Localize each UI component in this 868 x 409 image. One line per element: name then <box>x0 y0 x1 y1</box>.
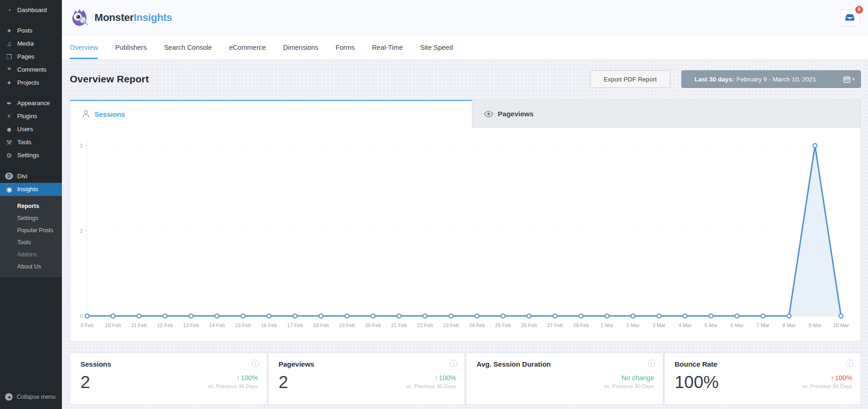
x-tick-label: 26 Feb <box>521 322 537 328</box>
sidebar-item-media[interactable]: ♫Media <box>0 37 62 50</box>
x-tick-label: 5 Mar <box>705 322 718 328</box>
data-point[interactable] <box>137 314 141 318</box>
sidebar-item-projects[interactable]: ✦Projects <box>0 76 62 89</box>
submenu-item-settings[interactable]: Settings <box>0 212 62 224</box>
data-point[interactable] <box>709 314 713 318</box>
data-point[interactable] <box>423 314 427 318</box>
data-point[interactable] <box>111 314 115 318</box>
dashboard-icon: ◔ <box>5 7 13 13</box>
change-value: ↑100% <box>208 374 258 382</box>
collapse-menu-button[interactable]: ◀ Collapse menu <box>0 389 62 409</box>
x-tick-label: 16 Feb <box>261 322 277 328</box>
info-icon[interactable]: i <box>648 360 655 367</box>
data-point[interactable] <box>267 314 271 318</box>
tools-icon: ⚒ <box>5 139 13 146</box>
data-point[interactable] <box>631 314 635 318</box>
notifications-button[interactable]: 0 <box>840 9 860 26</box>
data-point[interactable] <box>345 314 349 318</box>
data-point[interactable] <box>293 314 297 318</box>
person-icon <box>82 110 90 118</box>
sidebar-item-appearance[interactable]: ✒Appearance <box>0 97 62 110</box>
menu-separator <box>0 162 62 169</box>
plugins-icon: ⚡ <box>5 113 13 120</box>
pushpin-icon: ✦ <box>5 80 13 86</box>
data-point[interactable] <box>501 314 505 318</box>
info-icon[interactable]: i <box>252 360 259 367</box>
data-point[interactable] <box>553 314 557 318</box>
report-nav-tabs: OverviewPublishersSearch ConsoleeCommerc… <box>62 35 868 60</box>
sidebar-item-dashboard[interactable]: ◔Dashboard <box>0 4 62 17</box>
submenu-item-popular-posts[interactable]: Popular Posts <box>0 224 62 236</box>
comments-icon: ❝ <box>5 67 13 73</box>
sidebar-item-comments[interactable]: ❝Comments <box>0 63 62 76</box>
sidebar-item-tools[interactable]: ⚒Tools <box>0 136 62 149</box>
change-note: vs. Previous 30 Days <box>604 383 654 389</box>
data-point[interactable] <box>579 314 583 318</box>
nav-tab-ecommerce[interactable]: eCommerce <box>229 35 266 59</box>
overview-chart-panel: Sessions Pageviews 0129 Feb10 Feb11 Feb1… <box>70 100 861 342</box>
submenu-item-about-us[interactable]: About Us <box>0 261 62 273</box>
data-point[interactable] <box>735 314 739 318</box>
sidebar-item-label: Divi <box>17 173 27 180</box>
data-point[interactable] <box>449 314 453 318</box>
data-point[interactable] <box>475 314 479 318</box>
main-column: MonsterInsights 0 OverviewPublishersSear… <box>62 0 868 409</box>
nav-tab-forms[interactable]: Forms <box>336 35 355 59</box>
sidebar-item-divi[interactable]: DDivi <box>0 169 62 183</box>
page: ◔Dashboard✦Posts♫Media❐Pages❝Comments✦Pr… <box>0 0 868 409</box>
tab-pageviews[interactable]: Pageviews <box>472 100 861 128</box>
nav-tab-site-speed[interactable]: Site Speed <box>420 35 453 59</box>
x-tick-label: 13 Feb <box>183 322 199 328</box>
data-point[interactable] <box>397 314 401 318</box>
data-point[interactable] <box>839 314 843 318</box>
change-note: vs. Previous 30 Days <box>802 383 852 389</box>
pages-icon: ❐ <box>5 54 13 60</box>
data-point[interactable] <box>189 314 193 318</box>
info-icon[interactable]: i <box>450 360 457 367</box>
sidebar-item-label: Media <box>17 40 34 47</box>
change-value: ↑100% <box>802 374 852 382</box>
info-icon[interactable]: i <box>846 360 853 367</box>
data-point[interactable] <box>605 314 609 318</box>
submenu-item-tools[interactable]: Tools <box>0 236 62 248</box>
x-tick-label: 14 Feb <box>209 322 225 328</box>
sidebar-item-users[interactable]: ☻Users <box>0 123 62 136</box>
export-pdf-button[interactable]: Export PDF Report <box>590 70 670 88</box>
submenu-item-reports[interactable]: Reports <box>0 200 62 212</box>
data-point[interactable] <box>319 314 323 318</box>
data-point[interactable] <box>813 144 817 148</box>
sidebar-item-settings[interactable]: ⚙Settings <box>0 149 62 162</box>
sidebar-item-pages[interactable]: ❐Pages <box>0 50 62 63</box>
settings-icon: ⚙ <box>5 152 13 159</box>
data-point[interactable] <box>241 314 245 318</box>
sidebar-item-label: Appearance <box>17 100 50 107</box>
change-value: No change <box>604 374 654 382</box>
sidebar-item-label: Dashboard <box>17 7 47 13</box>
sidebar-item-label: Posts <box>17 27 33 34</box>
data-point[interactable] <box>761 314 765 318</box>
stat-change: ↑100%vs. Previous 30 Days <box>208 374 258 389</box>
sidebar-item-insights[interactable]: ◉Insights <box>0 183 62 196</box>
nav-tab-dimensions[interactable]: Dimensions <box>283 35 318 59</box>
submenu-item-addons[interactable]: Addons <box>0 248 62 261</box>
data-point[interactable] <box>163 314 167 318</box>
x-tick-label: 24 Feb <box>469 322 485 328</box>
data-point[interactable] <box>657 314 661 318</box>
sidebar-item-label: Projects <box>17 80 39 86</box>
nav-tab-publishers[interactable]: Publishers <box>115 35 147 59</box>
data-point[interactable] <box>371 314 375 318</box>
nav-tab-search-console[interactable]: Search Console <box>164 35 212 59</box>
nav-tab-overview[interactable]: Overview <box>70 35 98 59</box>
x-tick-label: 20 Feb <box>365 322 381 328</box>
data-point[interactable] <box>527 314 531 318</box>
data-point[interactable] <box>215 314 219 318</box>
tab-sessions[interactable]: Sessions <box>70 100 472 128</box>
data-point[interactable] <box>683 314 687 318</box>
nav-tab-real-time[interactable]: Real-Time <box>372 35 403 59</box>
date-range-picker[interactable]: Last 30 days: February 9 - March 10, 202… <box>681 70 861 88</box>
data-point[interactable] <box>85 314 89 318</box>
data-point[interactable] <box>787 314 791 318</box>
sidebar-item-posts[interactable]: ✦Posts <box>0 24 62 37</box>
sidebar-item-plugins[interactable]: ⚡Plugins <box>0 110 62 123</box>
summary-stats: Sessionsi2↑100%vs. Previous 30 DaysPagev… <box>70 353 861 405</box>
